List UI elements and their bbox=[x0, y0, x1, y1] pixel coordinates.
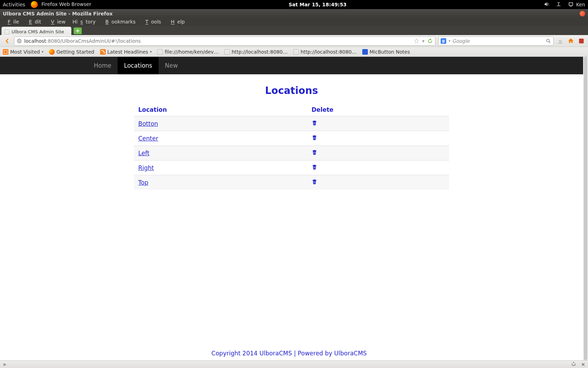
svg-rect-0 bbox=[569, 3, 573, 5]
location-link[interactable]: Left bbox=[138, 150, 149, 157]
browser-tab[interactable]: Ulbora CMS Admin Site bbox=[1, 27, 71, 35]
downloads-button[interactable] bbox=[556, 37, 564, 45]
col-delete: Delete bbox=[307, 103, 449, 116]
bookmark-file[interactable]: file:///home/ken/dev… bbox=[157, 49, 218, 55]
url-dropdown-icon[interactable]: ▾ bbox=[422, 38, 425, 44]
tab-favicon bbox=[5, 29, 9, 34]
bookmark-localhost-1[interactable]: http://localhost:8080… bbox=[224, 49, 288, 55]
site-identity-icon[interactable] bbox=[16, 38, 22, 44]
page-scrollbar[interactable] bbox=[583, 57, 588, 360]
menu-bookmarks[interactable]: Bookmarks bbox=[100, 18, 138, 25]
firebug-icon[interactable] bbox=[571, 361, 576, 367]
menu-edit[interactable]: Edit bbox=[23, 18, 44, 25]
generic-favicon bbox=[293, 49, 299, 55]
delete-icon[interactable] bbox=[312, 164, 317, 171]
username-label: Ken bbox=[576, 2, 585, 7]
svg-point-3 bbox=[547, 39, 550, 42]
user-menu[interactable]: Ken bbox=[568, 1, 585, 8]
page-title: Locations bbox=[0, 85, 583, 96]
menu-file[interactable]: File bbox=[2, 18, 22, 25]
mic-icon bbox=[362, 49, 368, 55]
gnome-top-panel: Activities Firefox Web Browser Sat Mar 1… bbox=[0, 0, 588, 9]
location-link[interactable]: Center bbox=[138, 135, 158, 142]
table-row: Top bbox=[134, 175, 449, 190]
clock[interactable]: Sat Mar 15, 18:49:53 bbox=[91, 2, 544, 7]
nav-new[interactable]: New bbox=[159, 57, 184, 74]
window-titlebar: Ulbora CMS Admin Site - Mozilla Firefox bbox=[0, 9, 588, 18]
bookmark-most-visited[interactable]: Most Visited▾ bbox=[3, 49, 43, 55]
network-icon[interactable] bbox=[556, 1, 561, 8]
col-location: Location bbox=[134, 103, 307, 116]
home-button[interactable] bbox=[567, 37, 575, 45]
addon-button[interactable] bbox=[578, 37, 585, 45]
nav-home[interactable]: Home bbox=[88, 57, 118, 74]
reload-icon[interactable] bbox=[427, 38, 433, 44]
bookmark-localhost-2[interactable]: http://localhost:8080… bbox=[293, 49, 357, 55]
delete-icon[interactable] bbox=[312, 150, 317, 157]
generic-favicon bbox=[157, 49, 163, 55]
addon-bar-close-icon[interactable]: ✕ bbox=[581, 362, 585, 367]
location-link[interactable]: Right bbox=[138, 164, 154, 171]
tab-strip: Ulbora CMS Admin Site + bbox=[0, 26, 588, 35]
svg-rect-4 bbox=[558, 43, 562, 43]
menu-help[interactable]: Help bbox=[165, 18, 188, 25]
search-bar[interactable]: g ▾ Google bbox=[438, 36, 554, 46]
table-row: Botton bbox=[134, 116, 449, 131]
location-link[interactable]: Top bbox=[138, 179, 148, 186]
navigation-toolbar: localhost:8080/UlboraCmsAdminUI/#!/locat… bbox=[0, 35, 588, 47]
addon-bar-toggle-icon[interactable]: » bbox=[3, 361, 6, 368]
active-app-label: Firefox Web Browser bbox=[41, 1, 91, 7]
addon-bar: » ✕ bbox=[0, 360, 588, 368]
delete-icon[interactable] bbox=[312, 135, 317, 142]
delete-icon[interactable] bbox=[312, 179, 317, 186]
generic-favicon bbox=[224, 49, 230, 55]
active-app-indicator[interactable]: Firefox Web Browser bbox=[31, 1, 91, 8]
search-placeholder: Google bbox=[452, 38, 469, 44]
scrollbar-thumb[interactable] bbox=[584, 57, 587, 360]
folder-icon bbox=[3, 49, 8, 55]
bookmark-micbutton[interactable]: MicButton Notes bbox=[362, 49, 410, 55]
window-close-button[interactable] bbox=[580, 11, 585, 16]
new-tab-button[interactable]: + bbox=[74, 27, 82, 34]
table-row: Right bbox=[134, 161, 449, 175]
bookmark-getting-started[interactable]: Getting Started bbox=[49, 49, 94, 55]
app-navbar: Home Locations New bbox=[0, 57, 583, 74]
menu-bar: File Edit View History Bookmarks Tools H… bbox=[0, 18, 588, 26]
rss-icon bbox=[100, 49, 106, 55]
volume-icon[interactable] bbox=[544, 1, 550, 8]
google-icon: g bbox=[441, 38, 446, 44]
table-row: Center bbox=[134, 131, 449, 146]
nav-locations[interactable]: Locations bbox=[118, 57, 159, 74]
back-button[interactable] bbox=[3, 37, 11, 45]
firefox-icon bbox=[31, 1, 38, 8]
menu-tools[interactable]: Tools bbox=[140, 18, 164, 25]
search-engine-dropdown-icon[interactable]: ▾ bbox=[448, 39, 450, 43]
menu-view[interactable]: View bbox=[46, 18, 69, 25]
table-row: Left bbox=[134, 146, 449, 161]
bookmarks-toolbar: Most Visited▾ Getting Started Latest Hea… bbox=[0, 47, 588, 57]
url-bar[interactable]: localhost:8080/UlboraCmsAdminUI/#!/locat… bbox=[14, 36, 435, 46]
search-go-icon[interactable] bbox=[546, 38, 551, 44]
menu-history[interactable]: History bbox=[70, 18, 98, 25]
tab-title: Ulbora CMS Admin Site bbox=[12, 29, 64, 34]
location-link[interactable]: Botton bbox=[138, 120, 158, 127]
locations-table: Location Delete BottonCenterLeftRightTop bbox=[134, 103, 449, 190]
svg-rect-5 bbox=[579, 39, 583, 43]
activities-button[interactable]: Activities bbox=[3, 2, 25, 7]
bookmark-star-icon[interactable] bbox=[414, 38, 419, 44]
delete-icon[interactable] bbox=[312, 120, 317, 127]
content-viewport: Home Locations New Locations Location De… bbox=[0, 57, 588, 360]
url-text: localhost:8080/UlboraCmsAdminUI/#!/locat… bbox=[24, 38, 141, 44]
bookmark-latest-headlines[interactable]: Latest Headlines▾ bbox=[100, 49, 152, 55]
page-footer: Copyright 2014 UlboraCMS | Powered by Ul… bbox=[0, 346, 578, 360]
firefox-icon bbox=[49, 49, 55, 55]
window-title: Ulbora CMS Admin Site - Mozilla Firefox bbox=[3, 11, 113, 16]
